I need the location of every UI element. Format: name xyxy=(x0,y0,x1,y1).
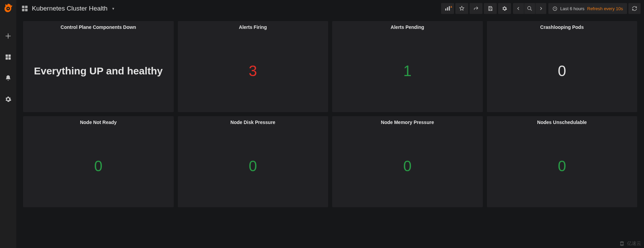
create-icon[interactable] xyxy=(1,29,15,43)
panel-title: Node Memory Pressure xyxy=(381,120,434,125)
top-toolbar: + xyxy=(441,3,641,14)
panel-title: Nodes Unschedulable xyxy=(537,120,587,125)
time-back-button[interactable] xyxy=(513,3,524,14)
panel-value: 0 xyxy=(249,158,257,175)
svg-rect-3 xyxy=(8,57,11,60)
time-forward-button[interactable] xyxy=(535,3,546,14)
svg-rect-4 xyxy=(22,6,24,8)
panel-value: 1 xyxy=(403,63,412,79)
panel-body: 3 xyxy=(178,30,328,112)
panel-title: Node Not Ready xyxy=(80,120,117,125)
dashboard-grid-icon xyxy=(21,5,29,12)
stat-panel[interactable]: Alerts Firing3 xyxy=(178,21,328,112)
settings-button[interactable] xyxy=(498,3,511,14)
clock-icon xyxy=(552,6,557,11)
refresh-interval-label: Refresh every 10s xyxy=(587,6,623,11)
stat-panel[interactable]: Control Plane Components DownEverything … xyxy=(23,21,174,112)
panel-value: Everything UP and healthy xyxy=(34,65,163,77)
panel-body: 0 xyxy=(332,125,483,207)
topbar: Kubernetes Cluster Health ▼ + xyxy=(16,0,644,17)
panel-body: 0 xyxy=(487,30,638,112)
svg-point-11 xyxy=(528,6,531,10)
configuration-icon[interactable] xyxy=(1,92,15,106)
panel-value: 0 xyxy=(558,158,566,175)
svg-rect-5 xyxy=(25,6,27,8)
stat-panel[interactable]: Crashlooping Pods0 xyxy=(487,21,638,112)
panel-title: Alerts Firing xyxy=(239,24,267,30)
stat-panel[interactable]: Node Memory Pressure0 xyxy=(332,116,483,207)
panel-row: Control Plane Components DownEverything … xyxy=(23,21,637,112)
svg-rect-1 xyxy=(8,55,11,57)
panel-body: 0 xyxy=(487,125,638,207)
zoom-out-button[interactable] xyxy=(524,3,535,14)
panel-body: 0 xyxy=(178,125,328,207)
panel-body: 1 xyxy=(332,30,483,112)
refresh-button[interactable] xyxy=(628,3,641,14)
svg-rect-10 xyxy=(449,6,450,11)
svg-rect-0 xyxy=(6,55,8,57)
time-range-picker[interactable]: Last 6 hours Refresh every 10s xyxy=(548,3,627,14)
panel-value: 0 xyxy=(403,158,412,175)
add-panel-button[interactable]: + xyxy=(441,3,454,14)
time-range-label: Last 6 hours xyxy=(560,6,585,11)
stat-panel[interactable]: Nodes Unschedulable0 xyxy=(487,116,638,207)
save-button[interactable] xyxy=(484,3,497,14)
plus-badge-icon: + xyxy=(450,5,452,9)
grafana-logo-icon[interactable] xyxy=(2,2,14,14)
panel-title: Node Disk Pressure xyxy=(230,120,275,125)
panel-body: 0 xyxy=(23,125,174,207)
sidebar xyxy=(0,0,16,248)
panel-row: Node Not Ready0Node Disk Pressure0Node M… xyxy=(23,116,637,207)
share-button[interactable] xyxy=(470,3,482,14)
panel-body: Everything UP and healthy xyxy=(23,30,174,112)
panel-value: 0 xyxy=(94,158,102,175)
dashboard-title: Kubernetes Cluster Health xyxy=(32,5,108,12)
panel-title: Control Plane Components Down xyxy=(61,24,136,30)
svg-rect-2 xyxy=(6,57,8,60)
panel-title: Alerts Pending xyxy=(391,24,424,30)
caret-down-icon: ▼ xyxy=(112,7,115,11)
dashboard-title-dropdown[interactable]: Kubernetes Cluster Health ▼ xyxy=(21,5,115,12)
stat-panel[interactable]: Node Disk Pressure0 xyxy=(178,116,328,207)
panel-value: 0 xyxy=(558,63,566,79)
panel-value: 3 xyxy=(249,63,257,79)
alerting-icon[interactable] xyxy=(1,71,15,85)
svg-rect-6 xyxy=(22,9,24,11)
svg-rect-8 xyxy=(445,8,446,11)
dashboard-body: Control Plane Components DownEverything … xyxy=(16,17,644,248)
svg-rect-9 xyxy=(447,7,448,11)
dashboards-icon[interactable] xyxy=(1,50,15,64)
stat-panel[interactable]: Node Not Ready0 xyxy=(23,116,174,207)
star-button[interactable] xyxy=(455,3,468,14)
svg-rect-7 xyxy=(25,9,27,11)
stat-panel[interactable]: Alerts Pending1 xyxy=(332,21,483,112)
panel-title: Crashlooping Pods xyxy=(540,24,584,30)
